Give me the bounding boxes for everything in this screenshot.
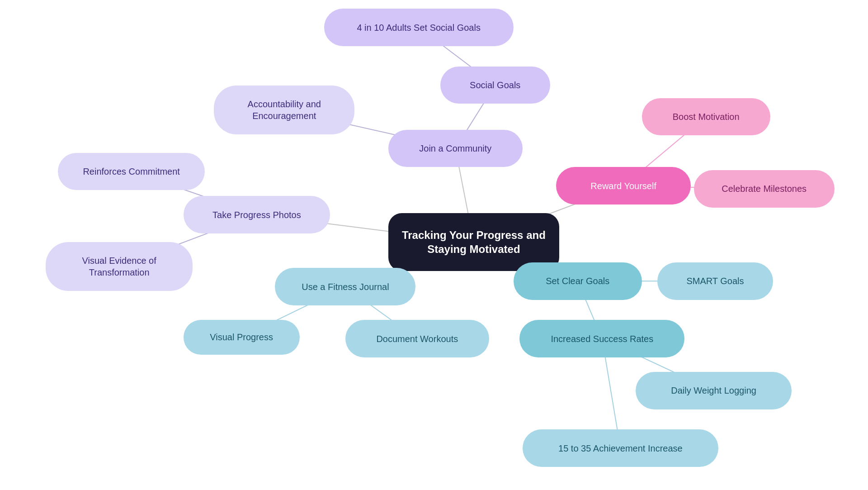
mindmap-container: Tracking Your Progress and Staying Motiv… <box>0 0 868 490</box>
node-document_workouts: Document Workouts <box>345 320 489 357</box>
node-social_goals: Social Goals <box>440 67 550 104</box>
node-daily_weight: Daily Weight Logging <box>636 372 792 409</box>
node-reward_yourself: Reward Yourself <box>556 167 690 205</box>
node-smart_goals: SMART Goals <box>657 262 774 300</box>
node-four_in_ten: 4 in 10 Adults Set Social Goals <box>324 9 514 46</box>
node-reinforces_commitment: Reinforces Commitment <box>58 153 205 190</box>
node-use_fitness_journal: Use a Fitness Journal <box>275 268 415 305</box>
node-boost_motivation: Boost Motivation <box>642 98 770 136</box>
node-take_progress_photos: Take Progress Photos <box>184 196 330 233</box>
node-achievement_increase: 15 to 35 Achievement Increase <box>523 429 718 467</box>
node-set_clear_goals: Set Clear Goals <box>514 262 642 300</box>
node-join_community: Join a Community <box>388 130 523 167</box>
node-increased_success: Increased Success Rates <box>519 320 684 357</box>
node-celebrate_milestones: Celebrate Milestones <box>694 170 835 208</box>
node-accountability: Accountability and Encouragement <box>214 86 354 134</box>
node-visual_progress: Visual Progress <box>184 320 300 354</box>
node-visual_evidence: Visual Evidence of Transformation <box>46 242 193 291</box>
